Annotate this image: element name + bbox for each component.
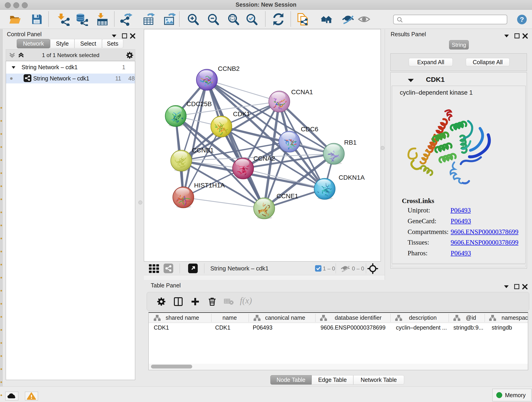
svg-text:CCNA1: CCNA1 (291, 89, 313, 96)
svg-text:CDC6: CDC6 (301, 126, 318, 133)
svg-text:CDC25B: CDC25B (186, 100, 212, 108)
svg-text:CCNB1: CCNB1 (192, 147, 214, 154)
svg-text:CCNA2: CCNA2 (253, 155, 275, 162)
svg-text:CDK1: CDK1 (233, 110, 250, 118)
svg-text:CCNE1: CCNE1 (277, 192, 298, 200)
svg-text:CCNB2: CCNB2 (218, 65, 240, 72)
svg-text:?: ? (520, 16, 524, 23)
svg-text:CDKN1A: CDKN1A (339, 174, 365, 181)
svg-text:HIST1H1A: HIST1H1A (194, 182, 225, 189)
svg-text:RB1: RB1 (344, 139, 356, 146)
